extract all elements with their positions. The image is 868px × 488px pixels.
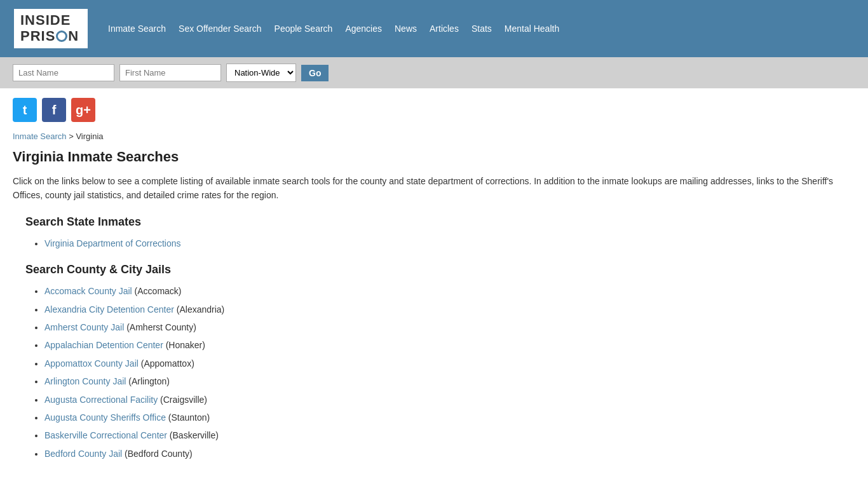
nav-sex-offender-search[interactable]: Sex Offender Search xyxy=(179,24,261,34)
bedford-location: (Bedford County) xyxy=(125,449,193,459)
last-name-input[interactable] xyxy=(13,64,114,81)
list-item: Alexandria City Detention Center (Alexan… xyxy=(44,302,855,316)
augusta-sheriffs-location: (Staunton) xyxy=(168,412,210,423)
main-nav: Inmate Search Sex Offender Search People… xyxy=(108,24,559,34)
googleplus-icon[interactable]: g+ xyxy=(71,98,95,122)
arlington-location: (Arlington) xyxy=(128,376,170,386)
main-content: Inmate Search > Virginia Virginia Inmate… xyxy=(0,125,868,486)
twitter-icon[interactable]: t xyxy=(13,98,37,122)
list-item: Bedford County Jail (Bedford County) xyxy=(44,447,855,461)
nav-inmate-search[interactable]: Inmate Search xyxy=(108,24,166,34)
appomattox-location: (Appomattox) xyxy=(141,358,194,369)
alexandria-city-detention-link[interactable]: Alexandria City Detention Center xyxy=(44,304,174,315)
appalachian-detention-link[interactable]: Appalachian Detention Center xyxy=(44,340,163,350)
virginia-doc-link[interactable]: Virginia Department of Corrections xyxy=(44,238,181,248)
logo-circle-icon xyxy=(56,30,67,42)
facebook-label: f xyxy=(52,103,57,118)
amherst-location: (Amherst County) xyxy=(126,322,196,332)
augusta-correctional-location: (Craigsville) xyxy=(160,395,207,405)
state-inmates-list: Virginia Department of Corrections xyxy=(44,236,855,250)
appomattox-county-jail-link[interactable]: Appomattox County Jail xyxy=(44,358,139,369)
social-bar: t f g+ xyxy=(0,88,868,125)
county-section-title: Search County & City Jails xyxy=(25,263,855,276)
facebook-icon[interactable]: f xyxy=(42,98,66,122)
nav-stats[interactable]: Stats xyxy=(471,24,492,34)
list-item: Appomattox County Jail (Appomattox) xyxy=(44,356,855,370)
nav-people-search[interactable]: People Search xyxy=(275,24,333,34)
augusta-sheriffs-link[interactable]: Augusta County Sheriffs Office xyxy=(44,412,166,423)
arlington-county-jail-link[interactable]: Arlington County Jail xyxy=(44,376,126,386)
list-item: Augusta Correctional Facility (Craigsvil… xyxy=(44,393,855,407)
logo-inside-text: INSIDE xyxy=(20,13,81,28)
page-description: Click on the links below to see a comple… xyxy=(13,174,855,203)
augusta-correctional-link[interactable]: Augusta Correctional Facility xyxy=(44,395,158,405)
breadcrumb-current: Virginia xyxy=(76,132,103,141)
list-item: Augusta County Sheriffs Office (Staunton… xyxy=(44,410,855,424)
search-bar: Nation-Wide Go xyxy=(0,57,868,88)
twitter-label: t xyxy=(23,103,27,118)
logo[interactable]: INSIDE PRISN xyxy=(13,8,89,50)
list-item: Accomack County Jail (Accomack) xyxy=(44,284,855,298)
nav-agencies[interactable]: Agencies xyxy=(345,24,382,34)
header: INSIDE PRISN Inmate Search Sex Offender … xyxy=(0,0,868,57)
amherst-county-jail-link[interactable]: Amherst County Jail xyxy=(44,322,124,332)
page-title: Virginia Inmate Searches xyxy=(13,149,855,165)
go-button[interactable]: Go xyxy=(301,65,329,81)
baskerville-location: (Baskerville) xyxy=(170,430,219,440)
baskerville-correctional-link[interactable]: Baskerville Correctional Center xyxy=(44,430,167,440)
bedford-county-jail-link[interactable]: Bedford County Jail xyxy=(44,449,122,459)
accomack-county-jail-link[interactable]: Accomack County Jail xyxy=(44,286,132,296)
appalachian-location: (Honaker) xyxy=(166,340,205,350)
breadcrumb-separator: > xyxy=(69,132,76,141)
list-item: Arlington County Jail (Arlington) xyxy=(44,374,855,388)
list-item: Appalachian Detention Center (Honaker) xyxy=(44,338,855,352)
alexandria-location: (Alexandria) xyxy=(177,304,225,315)
gplus-label: g+ xyxy=(76,103,91,118)
scope-select[interactable]: Nation-Wide xyxy=(226,64,296,82)
state-section-title: Search State Inmates xyxy=(25,215,855,229)
nav-mental-health[interactable]: Mental Health xyxy=(505,24,559,34)
nav-articles[interactable]: Articles xyxy=(430,24,459,34)
list-item: Virginia Department of Corrections xyxy=(44,236,855,250)
first-name-input[interactable] xyxy=(119,64,221,81)
accomack-location: (Accomack) xyxy=(135,286,182,296)
breadcrumb: Inmate Search > Virginia xyxy=(13,132,855,141)
nav-news[interactable]: News xyxy=(395,24,417,34)
list-item: Baskerville Correctional Center (Baskerv… xyxy=(44,428,855,442)
logo-prison-text: PRISN xyxy=(20,28,81,44)
county-jails-list: Accomack County Jail (Accomack) Alexandr… xyxy=(44,284,855,461)
list-item: Amherst County Jail (Amherst County) xyxy=(44,320,855,334)
breadcrumb-inmate-search-link[interactable]: Inmate Search xyxy=(13,132,67,141)
